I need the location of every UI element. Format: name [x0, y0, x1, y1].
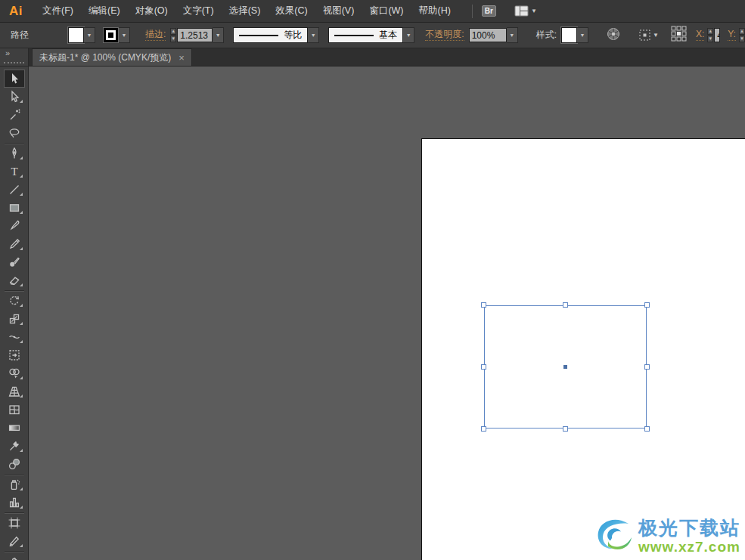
x-stepper[interactable]: ▲ ▼	[707, 28, 713, 42]
selection-handle-ne[interactable]	[644, 302, 650, 308]
fill-swatch[interactable]	[68, 27, 84, 43]
blob-brush-tool[interactable]	[4, 253, 25, 271]
control-bar: 路径 ▼ ▼ 描边: ▲ ▼ 1.2513 ▼ 等比 ▼	[0, 23, 745, 48]
width-profile-dropdown-button[interactable]: ▼	[308, 27, 319, 43]
opacity-input[interactable]: 100%	[469, 28, 507, 42]
opacity-link[interactable]: 不透明度:	[425, 29, 464, 41]
stepper-down-icon[interactable]: ▼	[707, 36, 713, 42]
direct-selection-arrow-icon	[8, 90, 21, 104]
slice-tool[interactable]	[4, 532, 25, 550]
pen-nib-icon	[8, 147, 21, 160]
pen-tool[interactable]	[4, 144, 25, 162]
selection-tool[interactable]	[4, 70, 25, 88]
eraser-tool[interactable]	[4, 271, 25, 289]
mesh-tool[interactable]	[4, 401, 25, 419]
paintbrush-tool[interactable]	[4, 217, 25, 235]
bridge-button[interactable]: Br	[482, 5, 496, 17]
free-transform-tool[interactable]	[4, 346, 25, 364]
eyedropper-tool[interactable]	[4, 437, 25, 455]
stepper-up-icon[interactable]: ▲	[707, 28, 713, 35]
stepper-down-icon[interactable]: ▼	[170, 36, 176, 42]
reference-point-locator[interactable]	[671, 26, 687, 45]
line-segment-tool[interactable]	[4, 181, 25, 199]
fill-color-control[interactable]: ▼	[68, 27, 95, 43]
type-icon: T	[8, 165, 21, 178]
stroke-weight-dropdown-button[interactable]: ▼	[213, 27, 224, 43]
brush-dropdown-button[interactable]: ▼	[403, 27, 414, 43]
blob-brush-icon	[8, 255, 21, 269]
perspective-grid-tool[interactable]	[4, 382, 25, 401]
blend-tool[interactable]	[4, 455, 25, 473]
selection-handle-e[interactable]	[644, 364, 650, 370]
workspace-switcher-button[interactable]: ▼	[514, 5, 537, 17]
lasso-tool[interactable]	[4, 124, 25, 142]
opacity-dropdown-button[interactable]: ▼	[507, 27, 518, 43]
stroke-color-control[interactable]: ▼	[103, 27, 130, 43]
svg-text:T: T	[11, 166, 17, 178]
stepper-up-icon[interactable]: ▲	[170, 28, 176, 35]
symbol-sprayer-icon	[8, 478, 21, 491]
center-anchor-point[interactable]	[563, 365, 567, 369]
pencil-tool[interactable]	[4, 235, 25, 253]
selection-handle-s[interactable]	[563, 426, 568, 432]
magic-wand-tool[interactable]	[4, 106, 25, 124]
menu-type[interactable]: 文字(T)	[175, 0, 222, 22]
scale-tool[interactable]	[4, 310, 25, 328]
stroke-weight-link[interactable]: 描边:	[145, 29, 166, 41]
selection-handle-n[interactable]	[563, 302, 568, 308]
type-tool[interactable]: T	[4, 162, 25, 181]
pencil-icon	[8, 237, 21, 251]
selection-handle-nw[interactable]	[481, 302, 486, 308]
menu-effect[interactable]: 效果(C)	[268, 0, 315, 22]
canvas[interactable]: 极光下载站 www.xz7.com	[29, 67, 745, 560]
y-coordinate-link[interactable]: Y:	[728, 29, 736, 41]
stepper-down-icon[interactable]: ▼	[739, 36, 745, 42]
selection-handle-se[interactable]	[644, 426, 650, 432]
shape-builder-tool[interactable]	[4, 364, 25, 382]
rectangle-tool[interactable]	[4, 199, 25, 217]
menu-view[interactable]: 视图(V)	[315, 0, 362, 22]
fill-dropdown-button[interactable]: ▼	[84, 27, 95, 43]
lasso-icon	[8, 126, 21, 140]
x-coordinate-input[interactable]: 4.1339 in	[714, 28, 720, 42]
stepper-up-icon[interactable]: ▲	[739, 28, 745, 35]
x-coordinate-link[interactable]: X:	[696, 29, 704, 41]
column-graph-tool[interactable]	[4, 493, 25, 512]
stroke-weight-stepper[interactable]: ▲ ▼	[170, 28, 176, 42]
y-stepper[interactable]: ▲ ▼	[739, 28, 745, 42]
menu-select[interactable]: 选择(S)	[222, 0, 269, 22]
style-control[interactable]: ▼	[561, 27, 588, 43]
menu-help[interactable]: 帮助(H)	[411, 0, 458, 22]
stroke-weight-input[interactable]: 1.2513	[177, 28, 213, 42]
menu-object[interactable]: 对象(O)	[128, 0, 175, 22]
stroke-dropdown-button[interactable]: ▼	[119, 27, 130, 43]
panel-grip-icon[interactable]	[4, 62, 24, 63]
chevron-down-icon: ▼	[653, 32, 659, 39]
recolor-artwork-button[interactable]	[607, 27, 620, 44]
close-tab-icon[interactable]: ×	[178, 53, 185, 63]
artboard-tool[interactable]	[4, 514, 25, 532]
selected-rectangle[interactable]	[484, 305, 647, 429]
width-profile-select[interactable]: 等比	[233, 27, 308, 43]
stroke-swatch[interactable]	[103, 27, 119, 43]
direct-selection-tool[interactable]	[4, 88, 25, 106]
style-dropdown-button[interactable]: ▼	[577, 27, 588, 43]
menu-file[interactable]: 文件(F)	[35, 0, 81, 22]
watermark: 极光下载站 www.xz7.com	[593, 514, 740, 558]
selection-handle-w[interactable]	[481, 364, 486, 370]
width-tool[interactable]	[4, 328, 25, 346]
hand-tool[interactable]	[4, 552, 25, 560]
document-tab[interactable]: 未标题-1* @ 100% (CMYK/预览) ×	[32, 48, 192, 66]
style-swatch[interactable]	[561, 27, 577, 43]
selection-handle-sw[interactable]	[481, 426, 486, 432]
rotate-tool[interactable]	[4, 292, 25, 310]
symbol-sprayer-tool[interactable]	[4, 475, 25, 493]
opacity-control: 100% ▼	[469, 27, 518, 43]
isolate-selection-button[interactable]: ▼	[638, 29, 659, 42]
column-graph-icon	[8, 496, 21, 509]
menu-edit[interactable]: 编辑(E)	[81, 0, 128, 22]
gradient-tool[interactable]	[4, 419, 25, 437]
brush-select[interactable]: 基本	[328, 27, 403, 43]
menu-window[interactable]: 窗口(W)	[362, 0, 411, 22]
collapse-panel-icon[interactable]: »	[5, 49, 9, 57]
